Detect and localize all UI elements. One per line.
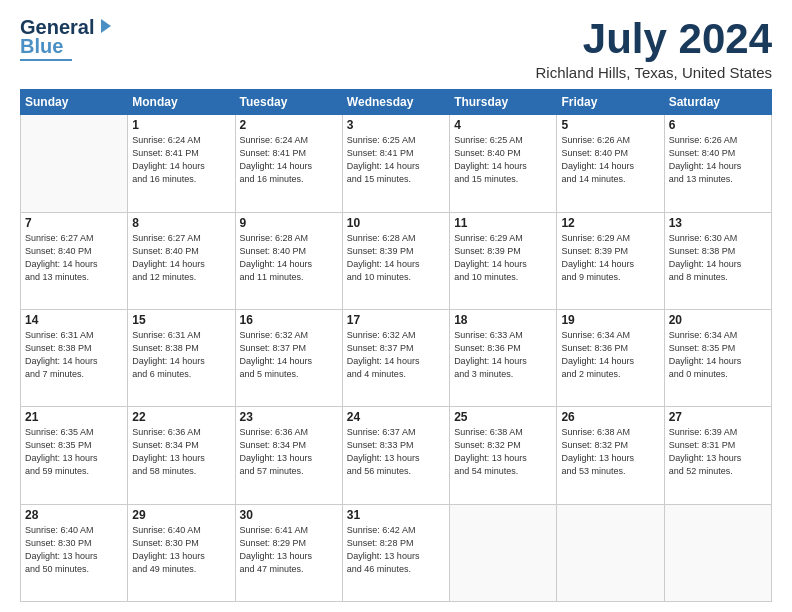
- day-info: Sunrise: 6:37 AM Sunset: 8:33 PM Dayligh…: [347, 426, 445, 478]
- calendar-cell: [664, 504, 771, 601]
- day-number: 22: [132, 410, 230, 424]
- day-number: 31: [347, 508, 445, 522]
- calendar-cell: 24Sunrise: 6:37 AM Sunset: 8:33 PM Dayli…: [342, 407, 449, 504]
- day-number: 1: [132, 118, 230, 132]
- calendar-cell: 16Sunrise: 6:32 AM Sunset: 8:37 PM Dayli…: [235, 309, 342, 406]
- day-number: 18: [454, 313, 552, 327]
- day-info: Sunrise: 6:40 AM Sunset: 8:30 PM Dayligh…: [132, 524, 230, 576]
- calendar-cell: [450, 504, 557, 601]
- page: General Blue July 2024 Richland Hills, T…: [0, 0, 792, 612]
- calendar-cell: 1Sunrise: 6:24 AM Sunset: 8:41 PM Daylig…: [128, 115, 235, 212]
- week-row-2: 14Sunrise: 6:31 AM Sunset: 8:38 PM Dayli…: [21, 309, 772, 406]
- day-info: Sunrise: 6:26 AM Sunset: 8:40 PM Dayligh…: [669, 134, 767, 186]
- day-number: 25: [454, 410, 552, 424]
- day-number: 14: [25, 313, 123, 327]
- day-info: Sunrise: 6:34 AM Sunset: 8:35 PM Dayligh…: [669, 329, 767, 381]
- calendar-cell: 10Sunrise: 6:28 AM Sunset: 8:39 PM Dayli…: [342, 212, 449, 309]
- day-number: 3: [347, 118, 445, 132]
- day-number: 17: [347, 313, 445, 327]
- day-number: 19: [561, 313, 659, 327]
- day-number: 6: [669, 118, 767, 132]
- day-info: Sunrise: 6:42 AM Sunset: 8:28 PM Dayligh…: [347, 524, 445, 576]
- day-info: Sunrise: 6:38 AM Sunset: 8:32 PM Dayligh…: [561, 426, 659, 478]
- day-number: 8: [132, 216, 230, 230]
- day-info: Sunrise: 6:25 AM Sunset: 8:40 PM Dayligh…: [454, 134, 552, 186]
- calendar-cell: [557, 504, 664, 601]
- calendar-cell: 13Sunrise: 6:30 AM Sunset: 8:38 PM Dayli…: [664, 212, 771, 309]
- day-number: 10: [347, 216, 445, 230]
- calendar-cell: 17Sunrise: 6:32 AM Sunset: 8:37 PM Dayli…: [342, 309, 449, 406]
- day-info: Sunrise: 6:31 AM Sunset: 8:38 PM Dayligh…: [25, 329, 123, 381]
- day-number: 26: [561, 410, 659, 424]
- calendar-cell: 11Sunrise: 6:29 AM Sunset: 8:39 PM Dayli…: [450, 212, 557, 309]
- header: General Blue July 2024 Richland Hills, T…: [20, 16, 772, 81]
- title-area: July 2024 Richland Hills, Texas, United …: [536, 16, 773, 81]
- day-info: Sunrise: 6:27 AM Sunset: 8:40 PM Dayligh…: [25, 232, 123, 284]
- day-info: Sunrise: 6:24 AM Sunset: 8:41 PM Dayligh…: [132, 134, 230, 186]
- calendar-cell: 15Sunrise: 6:31 AM Sunset: 8:38 PM Dayli…: [128, 309, 235, 406]
- day-number: 23: [240, 410, 338, 424]
- calendar-cell: 8Sunrise: 6:27 AM Sunset: 8:40 PM Daylig…: [128, 212, 235, 309]
- calendar-cell: [21, 115, 128, 212]
- day-info: Sunrise: 6:31 AM Sunset: 8:38 PM Dayligh…: [132, 329, 230, 381]
- calendar-cell: 4Sunrise: 6:25 AM Sunset: 8:40 PM Daylig…: [450, 115, 557, 212]
- day-number: 27: [669, 410, 767, 424]
- day-info: Sunrise: 6:29 AM Sunset: 8:39 PM Dayligh…: [561, 232, 659, 284]
- location-subtitle: Richland Hills, Texas, United States: [536, 64, 773, 81]
- day-number: 20: [669, 313, 767, 327]
- calendar-cell: 30Sunrise: 6:41 AM Sunset: 8:29 PM Dayli…: [235, 504, 342, 601]
- day-number: 24: [347, 410, 445, 424]
- day-info: Sunrise: 6:36 AM Sunset: 8:34 PM Dayligh…: [240, 426, 338, 478]
- calendar-cell: 14Sunrise: 6:31 AM Sunset: 8:38 PM Dayli…: [21, 309, 128, 406]
- calendar-cell: 22Sunrise: 6:36 AM Sunset: 8:34 PM Dayli…: [128, 407, 235, 504]
- calendar-cell: 23Sunrise: 6:36 AM Sunset: 8:34 PM Dayli…: [235, 407, 342, 504]
- day-number: 15: [132, 313, 230, 327]
- calendar-cell: 9Sunrise: 6:28 AM Sunset: 8:40 PM Daylig…: [235, 212, 342, 309]
- calendar-cell: 28Sunrise: 6:40 AM Sunset: 8:30 PM Dayli…: [21, 504, 128, 601]
- day-number: 29: [132, 508, 230, 522]
- day-number: 7: [25, 216, 123, 230]
- day-info: Sunrise: 6:34 AM Sunset: 8:36 PM Dayligh…: [561, 329, 659, 381]
- month-title: July 2024: [536, 16, 773, 62]
- day-info: Sunrise: 6:32 AM Sunset: 8:37 PM Dayligh…: [240, 329, 338, 381]
- week-row-1: 7Sunrise: 6:27 AM Sunset: 8:40 PM Daylig…: [21, 212, 772, 309]
- calendar-cell: 19Sunrise: 6:34 AM Sunset: 8:36 PM Dayli…: [557, 309, 664, 406]
- calendar-cell: 31Sunrise: 6:42 AM Sunset: 8:28 PM Dayli…: [342, 504, 449, 601]
- day-info: Sunrise: 6:32 AM Sunset: 8:37 PM Dayligh…: [347, 329, 445, 381]
- calendar-cell: 5Sunrise: 6:26 AM Sunset: 8:40 PM Daylig…: [557, 115, 664, 212]
- logo-icon: [95, 17, 113, 35]
- day-info: Sunrise: 6:28 AM Sunset: 8:40 PM Dayligh…: [240, 232, 338, 284]
- calendar-cell: 6Sunrise: 6:26 AM Sunset: 8:40 PM Daylig…: [664, 115, 771, 212]
- day-info: Sunrise: 6:27 AM Sunset: 8:40 PM Dayligh…: [132, 232, 230, 284]
- day-number: 30: [240, 508, 338, 522]
- day-info: Sunrise: 6:41 AM Sunset: 8:29 PM Dayligh…: [240, 524, 338, 576]
- calendar-cell: 2Sunrise: 6:24 AM Sunset: 8:41 PM Daylig…: [235, 115, 342, 212]
- day-info: Sunrise: 6:35 AM Sunset: 8:35 PM Dayligh…: [25, 426, 123, 478]
- logo: General Blue: [20, 16, 113, 61]
- weekday-wednesday: Wednesday: [342, 90, 449, 115]
- weekday-thursday: Thursday: [450, 90, 557, 115]
- day-number: 12: [561, 216, 659, 230]
- day-info: Sunrise: 6:38 AM Sunset: 8:32 PM Dayligh…: [454, 426, 552, 478]
- day-number: 28: [25, 508, 123, 522]
- day-info: Sunrise: 6:36 AM Sunset: 8:34 PM Dayligh…: [132, 426, 230, 478]
- logo-blue: Blue: [20, 35, 63, 58]
- day-number: 11: [454, 216, 552, 230]
- week-row-3: 21Sunrise: 6:35 AM Sunset: 8:35 PM Dayli…: [21, 407, 772, 504]
- day-info: Sunrise: 6:29 AM Sunset: 8:39 PM Dayligh…: [454, 232, 552, 284]
- calendar-cell: 20Sunrise: 6:34 AM Sunset: 8:35 PM Dayli…: [664, 309, 771, 406]
- day-info: Sunrise: 6:39 AM Sunset: 8:31 PM Dayligh…: [669, 426, 767, 478]
- weekday-header-row: SundayMondayTuesdayWednesdayThursdayFrid…: [21, 90, 772, 115]
- calendar-cell: 27Sunrise: 6:39 AM Sunset: 8:31 PM Dayli…: [664, 407, 771, 504]
- calendar-cell: 25Sunrise: 6:38 AM Sunset: 8:32 PM Dayli…: [450, 407, 557, 504]
- day-number: 13: [669, 216, 767, 230]
- calendar-cell: 18Sunrise: 6:33 AM Sunset: 8:36 PM Dayli…: [450, 309, 557, 406]
- day-number: 9: [240, 216, 338, 230]
- day-number: 21: [25, 410, 123, 424]
- logo-underline: [20, 59, 72, 61]
- weekday-friday: Friday: [557, 90, 664, 115]
- day-info: Sunrise: 6:25 AM Sunset: 8:41 PM Dayligh…: [347, 134, 445, 186]
- day-number: 16: [240, 313, 338, 327]
- week-row-4: 28Sunrise: 6:40 AM Sunset: 8:30 PM Dayli…: [21, 504, 772, 601]
- day-info: Sunrise: 6:26 AM Sunset: 8:40 PM Dayligh…: [561, 134, 659, 186]
